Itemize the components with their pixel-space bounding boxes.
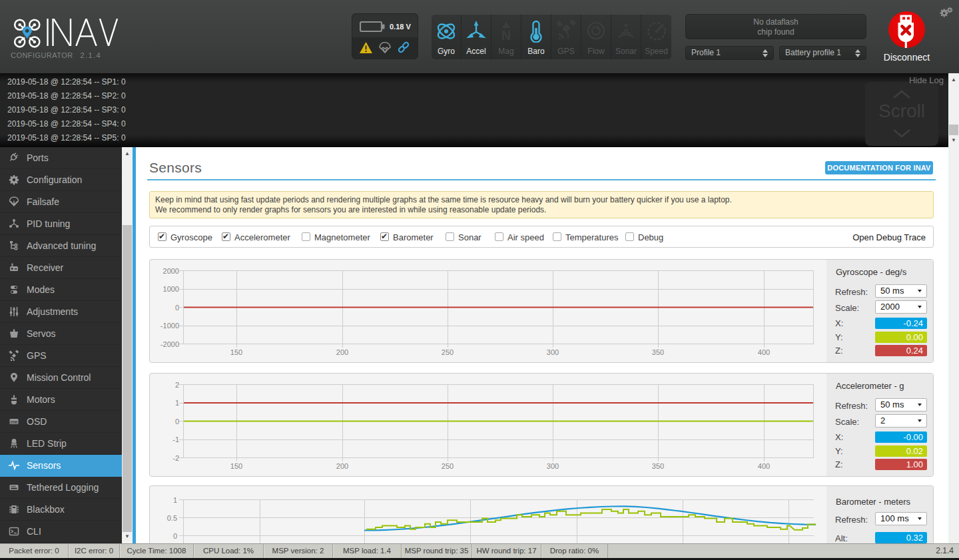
- svg-text:N: N: [501, 28, 511, 43]
- svg-text:OSD: OSD: [11, 420, 18, 424]
